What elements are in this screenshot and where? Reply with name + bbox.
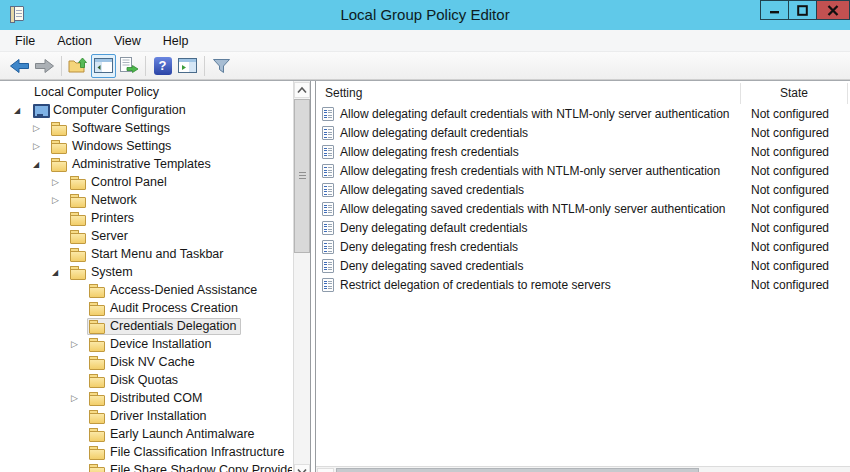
expander-icon[interactable] (30, 160, 49, 169)
help-button[interactable] (150, 54, 175, 78)
policy-setting-row[interactable]: Restrict delegation of credentials to re… (316, 275, 850, 294)
tree-item-box[interactable]: Disk NV Cache (87, 354, 200, 371)
expander-icon[interactable] (49, 268, 68, 277)
minimize-button[interactable] (760, 0, 789, 20)
tree-item-box[interactable]: Administrative Templates (49, 156, 216, 173)
expander-icon[interactable] (11, 106, 30, 115)
close-button[interactable] (816, 0, 850, 20)
policy-setting-row[interactable]: Allow delegating default credentials Not… (316, 123, 850, 142)
menu-item[interactable]: Help (152, 30, 200, 52)
tree-item[interactable]: Device Installation (3, 335, 292, 353)
tree-item-box[interactable]: File Classification Infrastructure (87, 444, 289, 461)
filter-button[interactable] (209, 54, 234, 78)
expander-icon[interactable] (68, 393, 87, 403)
tree-item[interactable]: Audit Process Creation (3, 299, 292, 317)
expander-icon[interactable] (49, 177, 68, 187)
tree-item-box[interactable]: Local Computer Policy (11, 84, 164, 101)
tree-item-box[interactable]: Driver Installation (87, 408, 212, 425)
tree-item-box[interactable]: Windows Settings (49, 138, 176, 155)
tree-item-box[interactable]: Control Panel (68, 174, 172, 191)
titlebar[interactable]: Local Group Policy Editor (0, 0, 850, 30)
tree-item[interactable]: Driver Installation (3, 407, 292, 425)
tree-item[interactable]: Server (3, 227, 292, 245)
settings-horizontal-scrollbar[interactable] (316, 466, 850, 472)
column-header-setting[interactable]: Setting (316, 83, 740, 104)
expander-icon[interactable] (30, 141, 49, 151)
policy-setting-name: Allow delegating saved credentials with … (340, 202, 726, 216)
column-header-state[interactable]: State (740, 83, 847, 104)
tree-item[interactable]: Access-Denied Assistance (3, 281, 292, 299)
tree-item[interactable]: Start Menu and Taskbar (3, 245, 292, 263)
policy-setting-row[interactable]: Allow delegating saved credentials with … (316, 199, 850, 218)
tree-item-box[interactable]: Credentials Delegation (87, 318, 241, 335)
toolbar (0, 52, 850, 80)
tree-item-icon (51, 121, 67, 136)
tree-item-box[interactable]: Access-Denied Assistance (87, 282, 262, 299)
policy-setting-icon (322, 278, 334, 292)
tree-item[interactable]: Administrative Templates (3, 155, 292, 173)
settings-scrollbar-thumb[interactable] (336, 468, 699, 472)
tree-item-label: Local Computer Policy (34, 85, 159, 99)
tree-item[interactable]: Credentials Delegation (3, 317, 292, 335)
tree-item[interactable]: Computer Configuration (3, 101, 292, 119)
expander-icon[interactable] (49, 195, 68, 205)
tree-item-box[interactable]: System (68, 264, 138, 281)
tree-item-label: Credentials Delegation (110, 319, 236, 333)
tree-item[interactable]: Disk NV Cache (3, 353, 292, 371)
menu-item[interactable]: File (4, 30, 46, 52)
tree-item-box[interactable]: Printers (68, 210, 139, 227)
tree-item-box[interactable]: Distributed COM (87, 390, 207, 407)
policy-setting-row[interactable]: Deny delegating fresh credentials Not co… (316, 237, 850, 256)
policy-setting-row[interactable]: Allow delegating default credentials wit… (316, 104, 850, 123)
scroll-left-button[interactable] (317, 468, 334, 472)
tree-item-box[interactable]: File Share Shadow Copy Provider (87, 462, 292, 472)
show-action-pane-button[interactable] (175, 54, 200, 78)
tree-item[interactable]: Local Computer Policy (3, 83, 292, 101)
policy-setting-row[interactable]: Allow delegating saved credentials Not c… (316, 180, 850, 199)
tree-item[interactable]: Network (3, 191, 292, 209)
tree-item-box[interactable]: Audit Process Creation (87, 300, 243, 317)
tree-item-box[interactable]: Server (68, 228, 133, 245)
toolbar-separator (145, 56, 146, 76)
expander-icon[interactable] (68, 339, 87, 349)
policy-setting-row[interactable]: Deny delegating default credentials Not … (316, 218, 850, 237)
expander-icon[interactable] (30, 123, 49, 133)
policy-setting-icon (322, 126, 334, 140)
window-title: Local Group Policy Editor (0, 0, 850, 30)
maximize-button[interactable] (788, 0, 817, 20)
tree-item[interactable]: Early Launch Antimalware (3, 425, 292, 443)
tree-item[interactable]: System (3, 263, 292, 281)
tree-item-box[interactable]: Device Installation (87, 336, 216, 353)
tree-item[interactable]: File Classification Infrastructure (3, 443, 292, 461)
toolbar-separator (61, 56, 62, 76)
tree-item[interactable]: Printers (3, 209, 292, 227)
policy-setting-row[interactable]: Deny delegating saved credentials Not co… (316, 256, 850, 275)
tree-item-label: Control Panel (91, 175, 167, 189)
tree-item-box[interactable]: Software Settings (49, 120, 175, 137)
menu-item[interactable]: View (103, 30, 152, 52)
policy-setting-row[interactable]: Allow delegating fresh credentials Not c… (316, 142, 850, 161)
policy-setting-row[interactable]: Allow delegating fresh credentials with … (316, 161, 850, 180)
tree-item-icon (89, 409, 105, 424)
menu-item[interactable]: Action (46, 30, 103, 52)
scroll-up-button[interactable] (294, 82, 310, 98)
tree-item[interactable]: Control Panel (3, 173, 292, 191)
tree-item[interactable]: File Share Shadow Copy Provider (3, 461, 292, 472)
tree-item[interactable]: Distributed COM (3, 389, 292, 407)
tree-scrollbar-thumb[interactable] (294, 99, 310, 253)
tree-item-box[interactable]: Start Menu and Taskbar (68, 246, 228, 263)
up-one-level-button[interactable] (66, 54, 91, 78)
tree-item[interactable]: Disk Quotas (3, 371, 292, 389)
back-button[interactable] (7, 54, 32, 78)
scroll-down-button[interactable] (294, 464, 310, 472)
export-list-button[interactable] (116, 54, 141, 78)
show-console-tree-button[interactable] (91, 54, 116, 78)
tree-item-box[interactable]: Computer Configuration (30, 102, 191, 119)
tree-vertical-scrollbar[interactable] (293, 81, 310, 472)
tree-item-box[interactable]: Early Launch Antimalware (87, 426, 260, 443)
tree-item-box[interactable]: Disk Quotas (87, 372, 183, 389)
tree-item-box[interactable]: Network (68, 192, 142, 209)
forward-button[interactable] (32, 54, 57, 78)
tree-item[interactable]: Software Settings (3, 119, 292, 137)
tree-item[interactable]: Windows Settings (3, 137, 292, 155)
